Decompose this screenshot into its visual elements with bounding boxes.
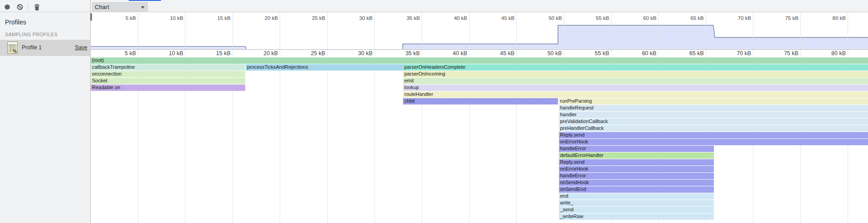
svg-text:%: % bbox=[13, 49, 17, 54]
